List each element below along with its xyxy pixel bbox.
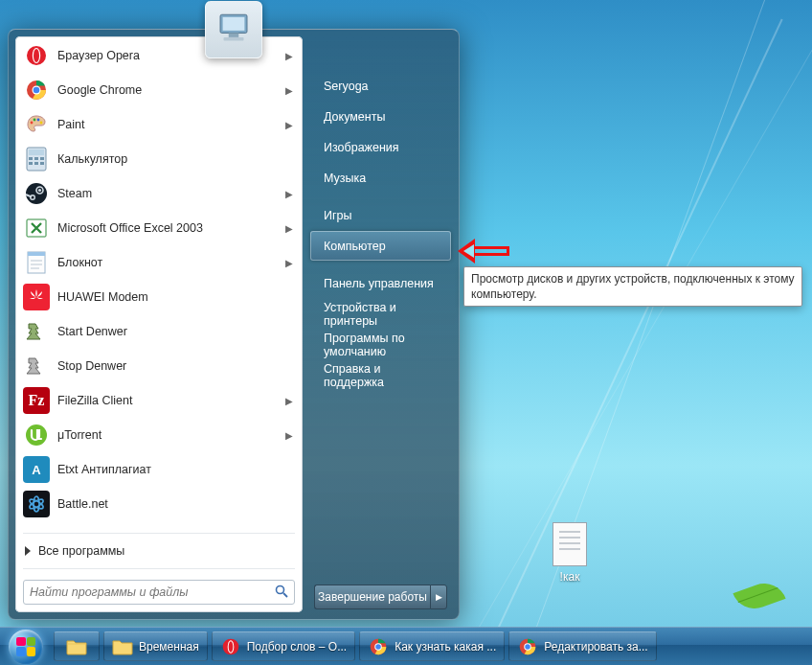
paint-icon (23, 111, 50, 138)
separator (23, 533, 295, 534)
submenu-arrow-icon: ▶ (285, 189, 295, 199)
opera-icon (220, 636, 241, 657)
taskbar-item-label: Редактировать за... (544, 640, 647, 654)
link-help-support[interactable]: Справка и поддержка (310, 360, 451, 390)
program-calculator[interactable]: Калькулятор (17, 142, 301, 176)
submenu-arrow-icon: ▶ (285, 396, 295, 406)
filezilla-icon: Fz (23, 387, 50, 414)
submenu-arrow-icon: ▶ (285, 430, 295, 441)
submenu-arrow-icon: ▶ (285, 223, 295, 234)
start-menu-left-pane: Браузер Opera ▶ Google Chrome ▶ Paint ▶ … (15, 36, 303, 612)
link-games[interactable]: Игры (310, 200, 451, 230)
link-control-panel[interactable]: Панель управления (310, 268, 451, 298)
svg-point-22 (26, 183, 47, 204)
steam-icon (23, 180, 50, 207)
svg-point-42 (526, 644, 531, 650)
program-notepad[interactable]: Блокнот ▶ (17, 245, 301, 280)
svg-rect-16 (29, 157, 33, 160)
bg-leaf (733, 577, 785, 615)
taskbar-item-chrome-2[interactable]: Редактировать за... (508, 631, 656, 661)
link-pictures[interactable]: Изображения (310, 132, 451, 162)
program-start-denwer[interactable]: Start Denwer (17, 314, 301, 349)
program-label: Steam (57, 187, 285, 200)
submenu-arrow-icon: ▶ (285, 51, 295, 61)
utorrent-icon (23, 422, 50, 448)
taskbar-item-chrome-1[interactable]: Как узнать какая ... (359, 631, 505, 661)
submenu-arrow-icon: ▶ (285, 120, 295, 130)
submenu-arrow-icon: ▶ (285, 258, 295, 268)
program-label: Stop Denwer (57, 359, 295, 373)
svg-rect-28 (28, 252, 45, 256)
taskbar-pinned-explorer[interactable] (54, 631, 100, 661)
denwer-stop-icon (23, 353, 50, 379)
svg-rect-21 (40, 162, 44, 165)
svg-rect-15 (29, 149, 44, 155)
program-etxt[interactable]: A Etxt Антиплагиат (17, 452, 301, 487)
start-menu-right-pane: Seryoga Документы Изображения Музыка Игр… (303, 30, 459, 619)
folder-icon (66, 636, 87, 657)
right-links-list: Seryoga Документы Изображения Музыка Игр… (306, 70, 455, 391)
program-filezilla[interactable]: Fz FileZilla Client ▶ (17, 383, 301, 418)
svg-point-24 (38, 189, 41, 192)
battlenet-icon (23, 491, 50, 517)
program-label: Paint (57, 118, 285, 131)
shutdown-split-button: Завершение работы ▶ (314, 585, 447, 609)
svg-point-11 (34, 119, 36, 122)
pinned-programs-list: Браузер Opera ▶ Google Chrome ▶ Paint ▶ … (15, 36, 303, 530)
chrome-icon (368, 636, 389, 657)
svg-point-6 (34, 49, 39, 62)
svg-point-39 (375, 644, 381, 650)
search-input[interactable] (30, 585, 275, 599)
start-menu: Браузер Opera ▶ Google Chrome ▶ Paint ▶ … (8, 29, 460, 620)
program-label: HUAWEI Modem (57, 290, 295, 304)
program-label: FileZilla Client (57, 394, 285, 407)
svg-rect-20 (34, 162, 38, 165)
notepad-icon (23, 249, 50, 276)
link-computer[interactable]: Компьютер (310, 231, 451, 261)
shutdown-options-button[interactable]: ▶ (430, 585, 447, 609)
link-default-programs[interactable]: Программы по умолчанию (310, 330, 451, 359)
taskbar-item-label: Как узнать какая ... (395, 640, 496, 654)
program-opera[interactable]: Браузер Opera ▶ (17, 38, 301, 73)
triangle-right-icon (25, 546, 31, 556)
taskbar-item-label: Временная (139, 640, 199, 654)
program-label: Microsoft Office Excel 2003 (57, 221, 285, 235)
all-programs-label: Все программы (38, 544, 124, 558)
denwer-start-icon (23, 318, 50, 345)
program-stop-denwer[interactable]: Stop Denwer (17, 349, 301, 383)
program-label: Google Chrome (57, 83, 285, 97)
svg-rect-17 (34, 157, 38, 160)
svg-rect-18 (40, 157, 44, 160)
link-devices-printers[interactable]: Устройства и принтеры (310, 299, 451, 329)
svg-point-32 (34, 496, 39, 512)
link-music[interactable]: Музыка (310, 163, 451, 193)
taskbar-item-temp-folder[interactable]: Временная (103, 631, 208, 661)
folder-icon (112, 636, 133, 657)
tooltip-computer: Просмотр дисков и других устройств, подк… (463, 266, 802, 307)
program-battlenet[interactable]: Battle.net (17, 487, 301, 521)
all-programs-button[interactable]: Все программы (15, 537, 303, 565)
chrome-icon (517, 636, 538, 657)
search-area (15, 572, 303, 612)
program-excel[interactable]: Microsoft Office Excel 2003 ▶ (17, 211, 301, 245)
program-label: Блокнот (57, 256, 285, 269)
program-paint[interactable]: Paint ▶ (17, 107, 301, 142)
program-label: μTorrent (57, 428, 285, 442)
annotation-arrow (458, 241, 510, 262)
opera-icon (23, 42, 50, 69)
desktop-file-kak[interactable]: !как (536, 522, 603, 584)
program-utorrent[interactable]: μTorrent ▶ (17, 418, 301, 452)
link-user[interactable]: Seryoga (310, 71, 451, 101)
search-box[interactable] (23, 580, 295, 605)
taskbar-item-label: Подбор слов – O... (247, 640, 347, 654)
program-steam[interactable]: Steam ▶ (17, 176, 301, 211)
shutdown-button[interactable]: Завершение работы (314, 585, 430, 609)
program-huawei-modem[interactable]: HUAWEI Modem (17, 280, 301, 314)
link-documents[interactable]: Документы (310, 102, 451, 131)
taskbar-item-opera[interactable]: Подбор слов – O... (212, 631, 355, 661)
start-button[interactable] (0, 628, 52, 665)
calculator-icon (23, 146, 50, 172)
text-file-icon (553, 522, 587, 566)
program-chrome[interactable]: Google Chrome ▶ (17, 73, 301, 107)
svg-point-33 (277, 585, 284, 593)
